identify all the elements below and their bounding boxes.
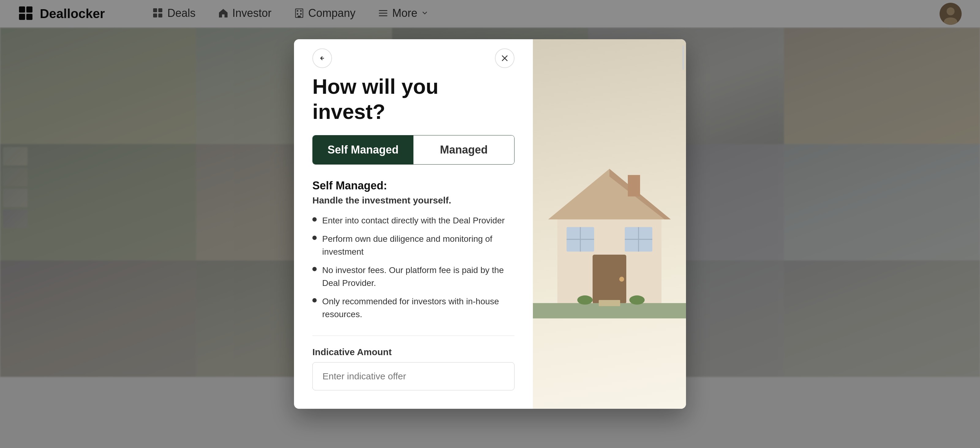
svg-point-25 xyxy=(619,277,624,282)
svg-rect-33 xyxy=(599,300,620,306)
modal-close-button[interactable] xyxy=(495,48,514,68)
modal-overlay: How will you invest? Self Managed Manage… xyxy=(0,0,980,448)
bullet-dot-1 xyxy=(312,217,317,222)
indicative-input[interactable] xyxy=(312,362,514,391)
bullet-dot-2 xyxy=(312,236,317,240)
back-arrow-icon xyxy=(318,54,327,63)
self-managed-toggle[interactable]: Self Managed xyxy=(313,136,414,164)
bullet-dot-3 xyxy=(312,267,317,271)
modal-left-panel: How will you invest? Self Managed Manage… xyxy=(294,39,533,409)
invest-toggle-group: Self Managed Managed xyxy=(312,135,514,164)
scroll-indicator xyxy=(682,45,684,70)
house-illustration xyxy=(533,39,686,409)
self-managed-section: Self Managed: Handle the investment your… xyxy=(312,179,514,321)
bullet-item-1: Enter into contact directly with the Dea… xyxy=(312,214,514,227)
modal-back-button[interactable] xyxy=(312,48,332,68)
bullet-dot-4 xyxy=(312,298,317,303)
svg-point-35 xyxy=(629,295,645,305)
modal-nav xyxy=(312,48,514,68)
managed-toggle[interactable]: Managed xyxy=(414,136,514,164)
svg-rect-23 xyxy=(628,175,640,196)
self-managed-title: Self Managed: xyxy=(312,179,514,192)
indicative-section: Indicative Amount xyxy=(312,347,514,391)
modal: How will you invest? Self Managed Manage… xyxy=(294,39,686,409)
modal-body: How will you invest? Self Managed Manage… xyxy=(294,39,686,409)
bullet-item-4: Only recommended for investors with in-h… xyxy=(312,295,514,321)
self-managed-bullets: Enter into contact directly with the Dea… xyxy=(312,214,514,321)
house-background xyxy=(533,39,686,409)
indicative-label: Indicative Amount xyxy=(312,347,514,357)
close-icon xyxy=(500,54,509,62)
svg-point-34 xyxy=(577,295,593,305)
modal-title: How will you invest? xyxy=(312,74,514,124)
bullet-item-2: Perform own due diligence and monitoring… xyxy=(312,233,514,258)
bullet-item-3: No investor fees. Our platform fee is pa… xyxy=(312,264,514,290)
modal-right-panel xyxy=(533,39,686,409)
self-managed-subtitle: Handle the investment yourself. xyxy=(312,195,514,206)
